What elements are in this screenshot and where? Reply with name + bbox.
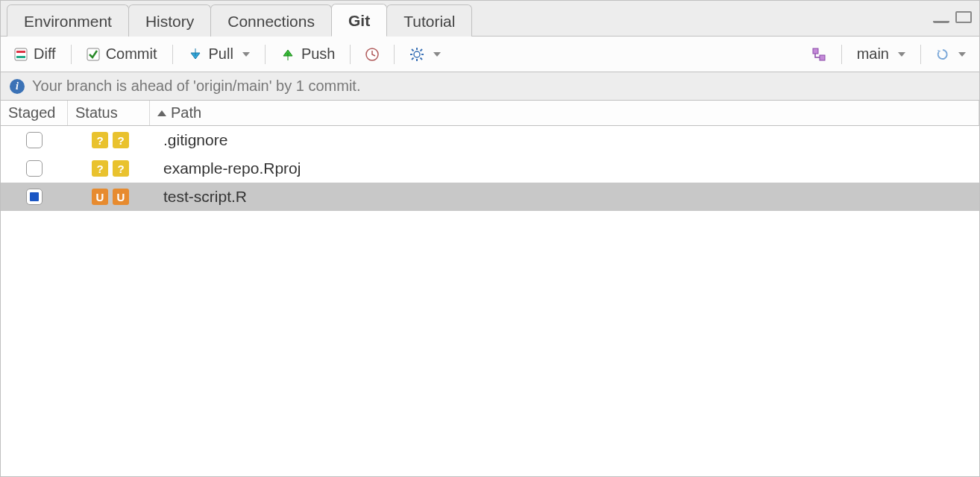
svg-rect-14 xyxy=(813,48,818,54)
commit-button[interactable]: Commit xyxy=(79,42,165,66)
tab-git[interactable]: Git xyxy=(331,4,387,37)
path-cell: test-script.R xyxy=(150,188,979,206)
status-infobar: i Your branch is ahead of 'origin/main' … xyxy=(1,72,979,101)
svg-rect-3 xyxy=(87,48,99,60)
tab-connections[interactable]: Connections xyxy=(210,4,332,37)
sort-ascending-icon xyxy=(157,110,166,116)
git-toolbar: Diff Commit Pull Push xyxy=(1,37,979,72)
tab-history[interactable]: History xyxy=(128,4,211,37)
column-path-label: Path xyxy=(171,104,201,121)
path-cell: .gitignore xyxy=(150,131,979,149)
status-badge-right: ? xyxy=(113,132,129,148)
svg-line-12 xyxy=(412,57,414,60)
tab-tutorial[interactable]: Tutorial xyxy=(386,4,472,37)
pull-arrow-down-icon xyxy=(188,47,203,62)
gear-icon xyxy=(409,47,424,62)
svg-rect-2 xyxy=(16,56,25,58)
status-badge-right: ? xyxy=(113,160,129,177)
status-badge-left: U xyxy=(92,189,108,205)
staged-cell xyxy=(1,189,68,205)
column-staged[interactable]: Staged xyxy=(1,101,68,125)
separator xyxy=(71,45,72,64)
push-arrow-up-icon xyxy=(280,47,295,62)
column-path[interactable]: Path xyxy=(150,101,979,125)
staged-checkbox[interactable] xyxy=(26,189,43,205)
file-table-header: Staged Status Path xyxy=(1,101,979,126)
file-row[interactable]: ??.gitignore xyxy=(1,126,979,154)
chevron-down-icon xyxy=(958,52,966,57)
toolbar-right: main xyxy=(804,42,973,66)
branch-selector[interactable]: main xyxy=(849,42,913,66)
pull-button[interactable]: Pull xyxy=(180,42,257,66)
window-controls xyxy=(933,11,972,23)
commit-label: Commit xyxy=(106,45,157,63)
staged-cell xyxy=(1,132,68,148)
history-button[interactable] xyxy=(358,45,386,64)
pull-label: Pull xyxy=(209,45,233,63)
commit-icon xyxy=(87,48,100,61)
separator xyxy=(841,45,842,64)
info-icon: i xyxy=(10,79,25,94)
svg-point-5 xyxy=(414,51,420,57)
more-button[interactable] xyxy=(402,44,448,65)
staged-checkbox[interactable] xyxy=(26,160,43,177)
file-list: ??.gitignore??example-repo.RprojUUtest-s… xyxy=(1,126,979,476)
branch-icon xyxy=(811,47,826,62)
status-badge-left: ? xyxy=(92,132,108,148)
separator xyxy=(172,45,173,64)
svg-rect-0 xyxy=(15,48,27,60)
status-badge-right: U xyxy=(113,189,129,205)
path-cell: example-repo.Rproj xyxy=(150,159,979,177)
staged-checkbox[interactable] xyxy=(26,132,43,148)
svg-line-10 xyxy=(412,49,414,51)
tab-environment[interactable]: Environment xyxy=(7,4,129,37)
infobar-message: Your branch is ahead of 'origin/main' by… xyxy=(32,78,360,95)
status-cell: ?? xyxy=(68,132,150,148)
column-status[interactable]: Status xyxy=(68,101,150,125)
status-cell: UU xyxy=(68,189,150,205)
maximize-icon[interactable] xyxy=(955,11,972,23)
chevron-down-icon xyxy=(898,52,905,57)
clock-icon xyxy=(365,48,379,61)
new-branch-button[interactable] xyxy=(804,44,834,65)
chevron-down-icon xyxy=(433,52,441,57)
refresh-button[interactable] xyxy=(929,45,973,64)
svg-rect-1 xyxy=(16,51,25,53)
status-cell: ?? xyxy=(68,160,150,177)
git-panel: Environment History Connections Git Tuto… xyxy=(0,0,980,477)
branch-name: main xyxy=(857,45,889,63)
refresh-icon xyxy=(936,48,949,61)
minimize-icon[interactable] xyxy=(933,19,949,23)
push-label: Push xyxy=(301,45,336,63)
separator xyxy=(394,45,395,64)
diff-label: Diff xyxy=(34,45,56,63)
separator xyxy=(265,45,266,64)
separator xyxy=(920,45,921,64)
diff-button[interactable]: Diff xyxy=(7,42,63,66)
chevron-down-icon xyxy=(242,52,250,57)
push-button[interactable]: Push xyxy=(273,42,343,66)
svg-line-11 xyxy=(421,57,423,60)
svg-rect-15 xyxy=(820,55,825,60)
diff-icon xyxy=(14,48,28,61)
file-row[interactable]: UUtest-script.R xyxy=(1,183,979,211)
staged-cell xyxy=(1,160,68,177)
separator xyxy=(350,45,351,64)
tab-bar: Environment History Connections Git Tuto… xyxy=(1,1,979,37)
status-badge-left: ? xyxy=(92,160,108,177)
file-row[interactable]: ??example-repo.Rproj xyxy=(1,154,979,183)
svg-line-13 xyxy=(421,49,423,51)
